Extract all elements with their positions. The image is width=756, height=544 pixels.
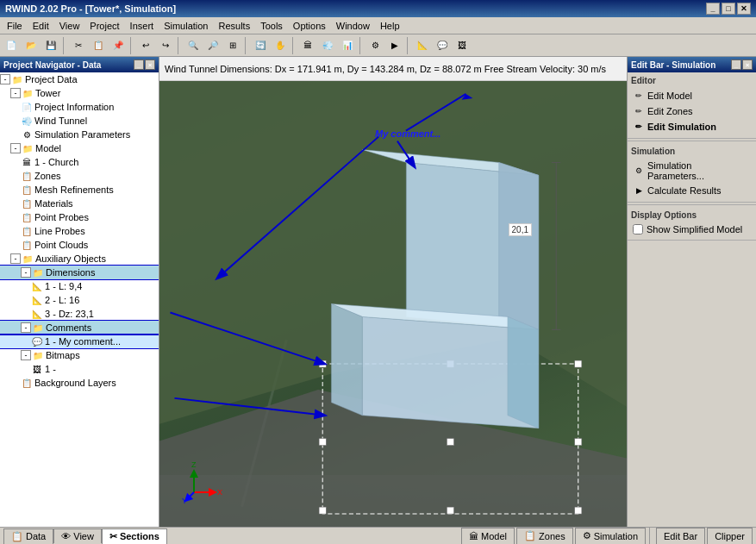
tab-data[interactable]: 📋 Data	[3, 528, 53, 544]
toolbar-fit[interactable]: ⊞	[223, 36, 242, 55]
toolbar-save[interactable]: 💾	[41, 36, 60, 55]
simulation-tab-btn[interactable]: ⚙ Simulation	[575, 528, 646, 545]
toolbar-model[interactable]: 🏛	[298, 36, 317, 55]
menu-help[interactable]: Help	[375, 19, 405, 33]
left-panel-minimize[interactable]: _	[134, 59, 144, 70]
tree-item-aux[interactable]: - 📁 Auxiliary Objects	[0, 252, 159, 266]
show-simplified-checkbox[interactable]	[633, 224, 643, 234]
tab-view[interactable]: 👁 View	[53, 528, 102, 543]
tree-item-line-probes[interactable]: 📋 Line Probes	[0, 224, 159, 238]
toolbar-redo[interactable]: ↪	[156, 36, 175, 55]
view-tab-icon: 👁	[61, 531, 71, 541]
tree-item-point-probes[interactable]: 📋 Point Probes	[0, 210, 159, 224]
toolbar-extra1[interactable]: 📐	[413, 36, 432, 55]
tree-item-dim3[interactable]: 📐 3 - Dz: 23,1	[0, 307, 159, 321]
toolbar-extra2[interactable]: 💬	[433, 36, 452, 55]
expander-comments[interactable]: -	[21, 322, 31, 333]
menu-file[interactable]: File	[2, 19, 28, 33]
show-simplified-label: Show Simplified Model	[647, 224, 742, 234]
menu-options[interactable]: Options	[288, 19, 331, 33]
dim2-icon: 📐	[31, 294, 43, 306]
expander-dimensions[interactable]: -	[21, 267, 31, 278]
menu-tools[interactable]: Tools	[255, 19, 288, 33]
zones-tab-btn[interactable]: 📋 Zones	[516, 528, 573, 545]
show-simplified-item[interactable]: Show Simplified Model	[631, 222, 753, 236]
toolbar-new[interactable]: 📄	[2, 36, 21, 55]
menu-insert[interactable]: Insert	[125, 19, 159, 33]
tree-label-aux: Auxiliary Objects	[35, 253, 106, 264]
tree-item-zones[interactable]: 📋 Zones	[0, 169, 159, 183]
toolbar-zoom-out[interactable]: 🔎	[203, 36, 222, 55]
tree-item-project-data[interactable]: - 📁 Project Data	[0, 72, 159, 86]
title-bar: RWIND 2.02 Pro - [Tower*, Simulation] _ …	[0, 0, 756, 17]
edit-simulation-item[interactable]: ✏ Edit Simulation	[631, 119, 753, 134]
tree-item-comments[interactable]: - 📁 Comments	[0, 321, 159, 335]
tree-item-bg-layers[interactable]: 📋 Background Layers	[0, 376, 159, 390]
menu-results[interactable]: Results	[213, 19, 255, 33]
toolbar-open[interactable]: 📂	[22, 36, 41, 55]
edit-bar-btn[interactable]: Edit Bar	[656, 528, 705, 545]
edit-model-item[interactable]: ✏ Edit Model	[631, 88, 753, 103]
toolbar-settings[interactable]: ⚙	[366, 36, 384, 55]
tree-label-church: 1 - Church	[34, 157, 78, 167]
tree-item-dim1[interactable]: 📐 1 - L: 9,4	[0, 279, 159, 293]
toolbar-paste[interactable]: 📌	[109, 36, 128, 55]
maximize-button[interactable]: □	[722, 3, 735, 15]
tree-item-model[interactable]: - 📁 Model	[0, 141, 159, 155]
tree-item-comment1[interactable]: 💬 1 - My comment...	[0, 335, 159, 348]
right-panel-close[interactable]: ×	[742, 59, 753, 70]
expander-bitmaps[interactable]: -	[21, 350, 31, 360]
tree-item-wind-tunnel[interactable]: 💨 Wind Tunnel	[0, 114, 159, 128]
toolbar-pan[interactable]: ✋	[271, 36, 290, 55]
toolbar-results[interactable]: 📊	[338, 36, 357, 55]
menu-project[interactable]: Project	[84, 19, 124, 33]
tree-item-dimensions[interactable]: - 📁 Dimensions	[0, 266, 159, 279]
edit-zones-item[interactable]: ✏ Edit Zones	[631, 103, 753, 119]
sim-params-item[interactable]: ⚙ Simulation Parameters...	[631, 159, 753, 183]
toolbar-cut[interactable]: ✂	[69, 36, 88, 55]
right-panel-minimize[interactable]: _	[731, 59, 741, 70]
left-panel-close[interactable]: ×	[145, 59, 155, 70]
svg-rect-7	[319, 439, 326, 446]
info-icon: 📄	[21, 101, 33, 113]
model-tab-btn[interactable]: 🏛 Model	[461, 528, 515, 545]
toolbar-sep3	[178, 37, 181, 54]
tree-item-sim-params[interactable]: ⚙ Simulation Parameters	[0, 128, 159, 141]
clipper-btn[interactable]: Clipper	[707, 528, 753, 545]
tree-item-bitmap1[interactable]: 🖼 1 -	[0, 362, 159, 376]
toolbar-undo[interactable]: ↩	[136, 36, 155, 55]
tab-sections[interactable]: ✂ Sections	[102, 528, 167, 544]
toolbar-calc[interactable]: ▶	[385, 36, 404, 55]
tree-item-tower[interactable]: - 📁 Tower	[0, 86, 159, 100]
menu-window[interactable]: Window	[331, 19, 375, 33]
calc-results-item[interactable]: ▶ Calculate Results	[631, 183, 753, 198]
tree-item-church[interactable]: 🏛 1 - Church	[0, 155, 159, 169]
toolbar-wind[interactable]: 💨	[318, 36, 337, 55]
toolbar-zoom-in[interactable]: 🔍	[184, 36, 203, 55]
expander-aux[interactable]: -	[10, 253, 21, 264]
tree-item-project-info[interactable]: 📄 Project Information	[0, 100, 159, 114]
minimize-button[interactable]: _	[706, 3, 720, 15]
tree-item-mesh[interactable]: 📋 Mesh Refinements	[0, 183, 159, 197]
zones-btn-icon: 📋	[524, 530, 536, 541]
tree-item-materials[interactable]: 📋 Materials	[0, 197, 159, 210]
expander-tower[interactable]: -	[10, 88, 21, 98]
viewport-3d[interactable]: 20,1 My comment...	[159, 81, 627, 527]
bitmaps-folder-icon: 📁	[32, 349, 44, 361]
toolbar-rotate[interactable]: 🔄	[251, 36, 270, 55]
tree-item-point-clouds[interactable]: 📋 Point Clouds	[0, 238, 159, 252]
tree-item-bitmaps[interactable]: - 📁 Bitmaps	[0, 348, 159, 362]
menu-edit[interactable]: Edit	[28, 19, 54, 33]
menu-simulation[interactable]: Simulation	[159, 19, 213, 33]
close-button[interactable]: ✕	[737, 3, 751, 15]
left-panel-controls: _ ×	[134, 59, 155, 70]
tree-item-dim2[interactable]: 📐 2 - L: 16	[0, 293, 159, 307]
expander-model[interactable]: -	[10, 143, 21, 153]
menu-view[interactable]: View	[54, 19, 85, 33]
toolbar-copy[interactable]: 📋	[89, 36, 108, 55]
toolbar-extra3[interactable]: 🖼	[453, 36, 472, 55]
svg-text:Y: Y	[182, 497, 187, 505]
view-tab-label: View	[73, 531, 94, 541]
display-options-section: Display Options Show Simplified Model	[628, 207, 756, 241]
expander-project-data[interactable]: -	[0, 74, 10, 84]
